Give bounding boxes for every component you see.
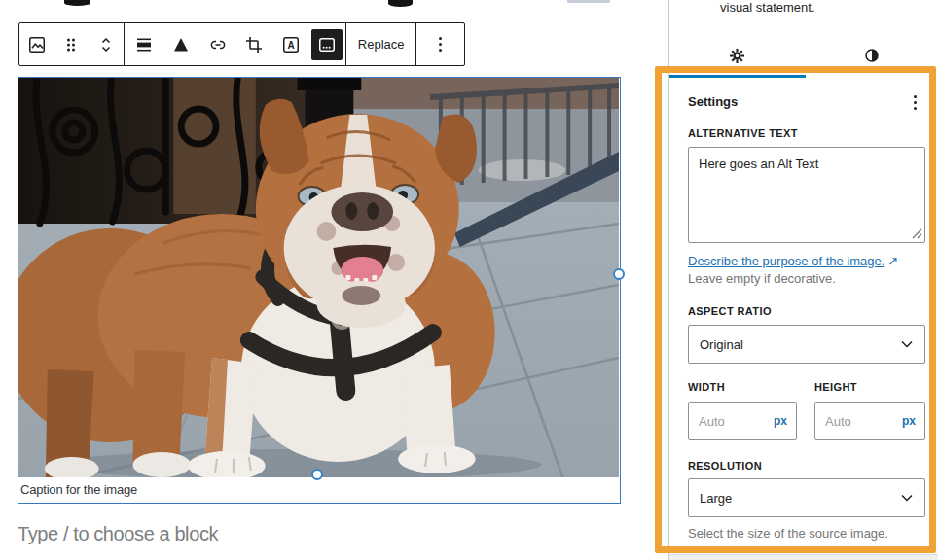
- svg-text:A: A: [287, 39, 294, 50]
- settings-options-icon[interactable]: [903, 90, 926, 114]
- toolbar-replace-group: Replace: [346, 23, 416, 65]
- active-tab-indicator: [669, 75, 806, 78]
- gutenberg-editor: A Replace: [0, 0, 938, 560]
- image-caption[interactable]: Caption for the image: [18, 477, 620, 502]
- resize-handle-right[interactable]: [613, 268, 625, 280]
- toolbar-block-group: [19, 23, 125, 65]
- resolution-label: RESOLUTION: [688, 460, 762, 472]
- height-input-group: px: [814, 402, 925, 440]
- crop-icon[interactable]: [237, 28, 271, 61]
- alt-text-label: ALTERNATIVE TEXT: [688, 127, 798, 139]
- resolution-help: Select the size of the source image.: [688, 526, 888, 541]
- tab-styles[interactable]: [852, 39, 891, 72]
- caption-icon[interactable]: [311, 29, 343, 60]
- block-appender[interactable]: Type / to choose a block: [18, 523, 218, 545]
- describe-purpose-link[interactable]: Describe the purpose of the image.: [688, 254, 884, 268]
- alt-text-help-row: Describe the purpose of the image.↗: [688, 254, 898, 268]
- options-icon[interactable]: [424, 28, 457, 61]
- resize-handle-bottom[interactable]: [311, 469, 323, 480]
- resolution-select[interactable]: Large: [688, 478, 925, 517]
- image-block-toolbar: A Replace: [18, 22, 465, 66]
- height-unit[interactable]: px: [902, 414, 916, 428]
- replace-button[interactable]: Replace: [358, 37, 405, 52]
- width-label: WIDTH: [688, 381, 725, 393]
- cropped-heading-descender: [388, 0, 413, 7]
- duotone-filter-icon[interactable]: [164, 28, 198, 61]
- external-link-icon[interactable]: ↗: [887, 254, 898, 268]
- bulldog-photo: [18, 78, 619, 477]
- image-block-icon[interactable]: [20, 28, 54, 61]
- next-panel-edge: [669, 554, 938, 560]
- tab-settings[interactable]: [717, 39, 756, 72]
- aspect-ratio-select[interactable]: Original: [688, 325, 925, 364]
- alignment-icon[interactable]: [127, 28, 161, 61]
- aspect-ratio-value: Original: [700, 337, 743, 352]
- width-unit[interactable]: px: [774, 414, 787, 428]
- alt-text-input[interactable]: Here goes an Alt Text: [688, 147, 925, 243]
- height-input[interactable]: [816, 414, 877, 429]
- toolbar-options-group: [416, 23, 464, 65]
- toolbar-tools-group: A: [125, 23, 347, 65]
- move-up-down-icon[interactable]: [90, 28, 123, 61]
- height-label: HEIGHT: [814, 381, 857, 393]
- drag-handle-icon[interactable]: [54, 28, 88, 61]
- chevron-down-icon: [901, 340, 913, 348]
- block-description-text: visual statement.: [720, 0, 815, 15]
- sidebar-divider: [668, 0, 669, 560]
- link-icon[interactable]: [201, 28, 234, 61]
- width-input[interactable]: [690, 414, 750, 429]
- settings-panel-title: Settings: [688, 94, 738, 109]
- text-overlay-icon[interactable]: A: [274, 28, 307, 61]
- cropped-ui-fragment: [567, 0, 610, 3]
- width-input-group: px: [688, 402, 797, 440]
- aspect-ratio-label: ASPECT RATIO: [688, 305, 772, 317]
- cropped-heading-descender: [64, 0, 90, 6]
- image-block[interactable]: Caption for the image: [18, 77, 621, 504]
- chevron-down-icon: [901, 494, 913, 502]
- alt-text-help: Leave empty if decorative.: [688, 271, 836, 286]
- resolution-value: Large: [700, 491, 732, 506]
